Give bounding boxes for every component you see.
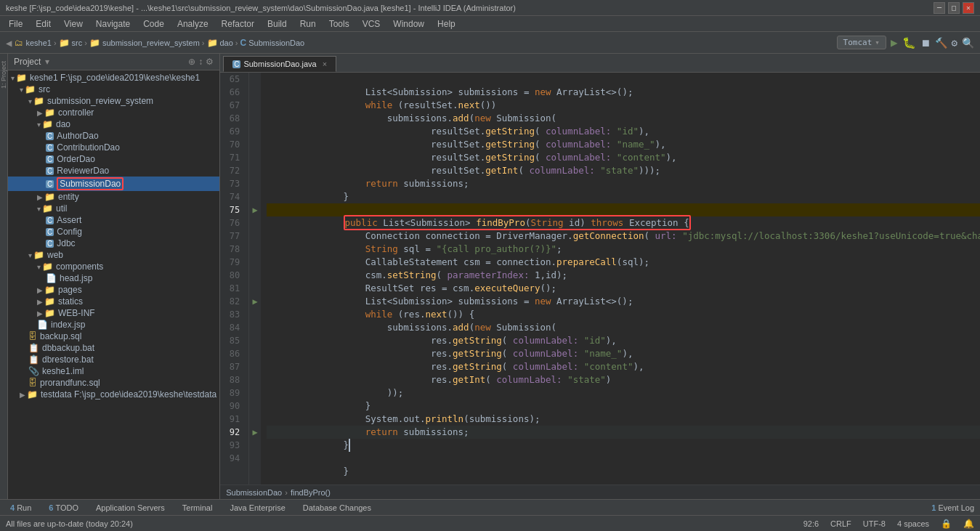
folder-icon: 📁 (44, 308, 55, 318)
list-item[interactable]: 🗄 backup.sql (8, 331, 219, 342)
list-item[interactable]: C Config (8, 226, 219, 238)
tree-item-label: testdata F:\jsp_code\idea2019\keshe\test… (41, 389, 216, 400)
list-item[interactable]: ▾ 📁 components (8, 261, 219, 272)
sidebar-item-submission-dao[interactable]: C SubmissionDao (8, 177, 219, 191)
list-item[interactable]: C AuthorDao (8, 130, 219, 142)
todo-label: TODO (55, 503, 78, 512)
code-editor[interactable]: 65 66 67 68 69 70 71 72 73 74 75 76 77 7… (220, 73, 980, 485)
terminal-tab[interactable]: Terminal (178, 502, 217, 514)
folder-icon: 📁 (16, 73, 27, 83)
gear-icon[interactable]: ⚙ (206, 57, 214, 67)
project-panel-label[interactable]: 1: Project (0, 61, 7, 89)
tab-submission-dao[interactable]: C SubmissionDao.java × (223, 56, 336, 72)
menu-vcs[interactable]: VCS (357, 17, 386, 31)
list-item[interactable]: C OrderDao (8, 153, 219, 165)
tree-root[interactable]: ▾ 📁 keshe1 F:\jsp_code\idea2019\keshe\ke… (8, 72, 219, 84)
breadcrumb-src[interactable]: src (72, 38, 83, 47)
menu-file[interactable]: File (3, 17, 28, 31)
code-content[interactable]: List<Submission> submissions = new Array… (261, 73, 980, 485)
menu-tools[interactable]: Tools (323, 17, 355, 31)
minimize-button[interactable]: ─ (934, 2, 945, 14)
todo-tab[interactable]: 6 TODO (44, 502, 83, 514)
tree-item-label: AuthorDao (57, 131, 98, 141)
menu-code[interactable]: Code (137, 17, 170, 31)
list-item[interactable]: ▶ 📁 controller (8, 107, 219, 118)
settings-icon[interactable]: ⚙ (952, 37, 957, 49)
gutter: ▶ ▶ ▶ (249, 73, 261, 485)
class-icon: C (46, 240, 54, 248)
folder-icon: 📁 (44, 108, 55, 118)
list-item[interactable]: 🗄 prorandfunc.sql (8, 377, 219, 389)
list-item[interactable]: C Assert (8, 214, 219, 226)
maximize-button[interactable]: □ (948, 2, 960, 14)
menu-build[interactable]: Build (262, 17, 293, 31)
list-item[interactable]: 📎 keshe1.iml (8, 365, 219, 377)
project-icon: 🗂 (15, 38, 23, 48)
search-icon[interactable]: 🔍 (962, 37, 974, 49)
list-item[interactable]: 📄 head.jsp (8, 272, 219, 284)
list-item[interactable]: ▾ 📁 submission_review_system (8, 95, 219, 107)
list-item[interactable]: ▶ 📁 entity (8, 191, 219, 203)
project-header: Project ▾ ⊕ ↕ ⚙ (8, 54, 219, 70)
list-item[interactable]: 📋 dbrestore.bat (8, 354, 219, 365)
debug-button[interactable]: 🐛 (902, 36, 916, 49)
editor-area: C SubmissionDao.java × 65 66 67 68 69 70… (220, 54, 980, 499)
breadcrumb-class[interactable]: SubmissionDao (248, 38, 304, 47)
stop-button[interactable]: ⏹ (920, 37, 931, 49)
file-encoding[interactable]: UTF-8 (863, 519, 886, 528)
menu-navigate[interactable]: Navigate (90, 17, 136, 31)
list-item[interactable]: ▾ 📁 util (8, 203, 219, 214)
sync-icon[interactable]: ↕ (198, 57, 203, 67)
notifications-icon[interactable]: 🔔 (963, 519, 974, 529)
line-numbers: 65 66 67 68 69 70 71 72 73 74 75 76 77 7… (220, 73, 249, 485)
breadcrumb-pkg[interactable]: submission_review_system (102, 38, 200, 47)
list-item[interactable]: ▾ 📁 src (8, 84, 219, 95)
folder-icon: 📁 (44, 296, 55, 307)
list-item[interactable]: ▶ 📁 WEB-INF (8, 307, 219, 319)
menu-view[interactable]: View (58, 17, 89, 31)
database-changes-tab[interactable]: Database Changes (299, 502, 376, 514)
tree-item-label: controller (58, 108, 94, 118)
close-tab-icon[interactable]: × (323, 60, 327, 68)
tree-item-label: backup.sql (40, 331, 81, 341)
line-ending[interactable]: CRLF (830, 519, 851, 528)
tree-item-label: components (56, 262, 103, 272)
indent-settings[interactable]: 4 spaces (897, 519, 929, 528)
tree-item-label: WEB-INF (58, 308, 95, 318)
list-item[interactable]: ▶ 📁 pages (8, 284, 219, 296)
list-item[interactable]: ▾ 📁 web (8, 249, 219, 261)
run-button[interactable]: ▶ (891, 36, 898, 49)
breadcrumb-method-label: findByPro() (291, 488, 331, 497)
breadcrumb-dao[interactable]: dao (220, 38, 233, 47)
list-item[interactable]: C ReviewerDao (8, 165, 219, 177)
project-panel: Project ▾ ⊕ ↕ ⚙ ▾ 📁 keshe1 F:\jsp_code\i… (8, 54, 220, 499)
list-item[interactable]: ▾ 📁 dao (8, 118, 219, 130)
menu-edit[interactable]: Edit (30, 17, 57, 31)
menu-analyze[interactable]: Analyze (171, 17, 214, 31)
menu-refactor[interactable]: Refactor (216, 17, 260, 31)
tree-item-label: util (56, 203, 67, 214)
add-icon[interactable]: ⊕ (188, 57, 195, 67)
menu-help[interactable]: Help (432, 17, 461, 31)
event-log-label[interactable]: 1 Event Log (931, 503, 974, 512)
list-item[interactable]: ▶ 📁 testdata F:\jsp_code\idea2019\keshe\… (8, 389, 219, 400)
list-item[interactable]: 📋 dbbackup.bat (8, 342, 219, 354)
list-item[interactable]: ▶ 📁 statics (8, 296, 219, 307)
build-button[interactable]: 🔨 (935, 37, 947, 49)
expand-icon: ▾ (20, 86, 23, 94)
menu-run[interactable]: Run (294, 17, 322, 31)
folder-icon: 📁 (42, 203, 53, 214)
close-button[interactable]: ✕ (963, 2, 974, 14)
breadcrumb-project[interactable]: keshe1 (25, 38, 51, 47)
run-config[interactable]: Tomcat ▾ (837, 36, 886, 49)
list-item[interactable]: 📄 index.jsp (8, 319, 219, 331)
list-item[interactable]: C Jdbc (8, 238, 219, 249)
menu-window[interactable]: Window (387, 17, 430, 31)
run-tab[interactable]: 4 Run (6, 502, 36, 514)
cursor-position[interactable]: 92:6 (803, 519, 819, 528)
dropdown-icon[interactable]: ▾ (45, 57, 49, 67)
app-servers-tab[interactable]: Application Servers (92, 502, 169, 514)
java-enterprise-tab[interactable]: Java Enterprise (225, 502, 289, 514)
back-icon[interactable]: ◀ (6, 37, 12, 49)
list-item[interactable]: C ContributionDao (8, 142, 219, 153)
